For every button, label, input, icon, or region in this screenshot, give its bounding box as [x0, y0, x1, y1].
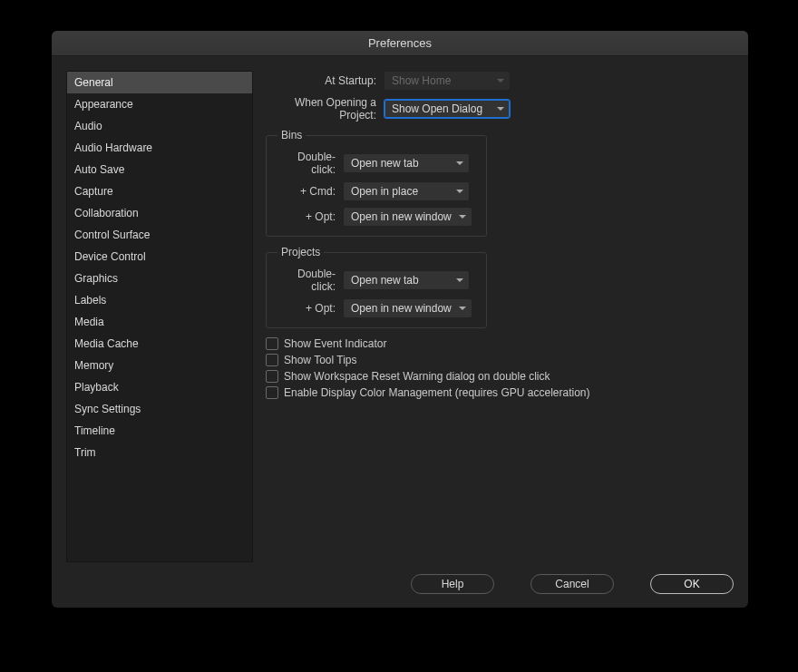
- projects-opt-row: + Opt: Open in new window: [277, 298, 475, 318]
- sidebar-item-auto-save[interactable]: Auto Save: [67, 159, 252, 180]
- bins-cmd-row: + Cmd: Open in place: [277, 181, 475, 201]
- bins-opt-dropdown[interactable]: Open in new window: [343, 207, 472, 227]
- sidebar-item-media[interactable]: Media: [67, 311, 252, 333]
- check-tool-tips-row[interactable]: Show Tool Tips: [266, 354, 734, 366]
- main-panel: At Startup: Show Home When Opening a Pro…: [266, 71, 734, 562]
- sidebar-item-labels[interactable]: Labels: [67, 289, 252, 311]
- sidebar-item-trim[interactable]: Trim: [67, 442, 252, 463]
- row-at-startup: At Startup: Show Home: [266, 71, 734, 91]
- check-event-indicator-row[interactable]: Show Event Indicator: [266, 337, 734, 350]
- window-body: GeneralAppearanceAudioAudio HardwareAuto…: [52, 56, 748, 570]
- sidebar-item-timeline[interactable]: Timeline: [67, 420, 252, 442]
- bins-cmd-value: Open in place: [351, 185, 418, 198]
- at-startup-label: At Startup:: [266, 74, 384, 87]
- at-startup-dropdown[interactable]: Show Home: [384, 71, 511, 91]
- at-startup-value: Show Home: [392, 74, 451, 87]
- bins-double-click-label: Double-click:: [277, 151, 343, 176]
- check-tool-tips-label: Show Tool Tips: [284, 354, 357, 366]
- bins-legend: Bins: [277, 129, 306, 141]
- open-project-value: Show Open Dialog: [392, 102, 482, 115]
- bins-cmd-dropdown[interactable]: Open in place: [343, 181, 470, 201]
- checkbox-icon[interactable]: [266, 337, 278, 350]
- bins-opt-value: Open in new window: [351, 210, 452, 223]
- bins-double-click-dropdown[interactable]: Open new tab: [343, 153, 470, 173]
- projects-double-click-label: Double-click:: [277, 268, 343, 293]
- projects-legend: Projects: [277, 246, 324, 258]
- sidebar-item-sync-settings[interactable]: Sync Settings: [67, 398, 252, 420]
- window-title: Preferences: [368, 36, 432, 50]
- projects-group: Projects Double-click: Open new tab + Op…: [266, 246, 487, 328]
- bins-opt-label: + Opt:: [277, 210, 343, 223]
- cancel-button[interactable]: Cancel: [530, 574, 614, 594]
- projects-double-click-row: Double-click: Open new tab: [277, 268, 475, 293]
- sidebar-item-memory[interactable]: Memory: [67, 355, 252, 376]
- checkbox-icon[interactable]: [266, 354, 278, 366]
- sidebar-item-audio-hardware[interactable]: Audio Hardware: [67, 137, 252, 159]
- projects-double-click-dropdown[interactable]: Open new tab: [343, 270, 470, 290]
- chevron-down-icon: [456, 278, 463, 282]
- chevron-down-icon: [456, 161, 463, 165]
- projects-double-click-value: Open new tab: [351, 274, 419, 287]
- bins-double-click-value: Open new tab: [351, 157, 419, 170]
- chevron-down-icon: [456, 190, 463, 193]
- checkbox-icon[interactable]: [266, 386, 278, 399]
- help-button[interactable]: Help: [411, 574, 494, 594]
- sidebar-item-audio[interactable]: Audio: [67, 115, 252, 137]
- sidebar-item-capture[interactable]: Capture: [67, 180, 252, 202]
- ok-button[interactable]: OK: [650, 574, 734, 594]
- check-workspace-reset-row[interactable]: Show Workspace Reset Warning dialog on d…: [266, 370, 734, 383]
- sidebar-item-playback[interactable]: Playback: [67, 376, 252, 398]
- titlebar: Preferences: [52, 31, 748, 56]
- bins-opt-row: + Opt: Open in new window: [277, 207, 475, 227]
- chevron-down-icon: [459, 215, 466, 219]
- sidebar-item-appearance[interactable]: Appearance: [67, 93, 252, 115]
- chevron-down-icon: [459, 307, 466, 310]
- chevron-down-icon: [497, 79, 504, 83]
- sidebar-item-control-surface[interactable]: Control Surface: [67, 224, 252, 246]
- chevron-down-icon: [497, 107, 504, 111]
- preferences-window: Preferences GeneralAppearanceAudioAudio …: [52, 31, 748, 608]
- projects-opt-label: + Opt:: [277, 302, 343, 315]
- bins-group: Bins Double-click: Open new tab + Cmd: O…: [266, 129, 487, 237]
- sidebar: GeneralAppearanceAudioAudio HardwareAuto…: [66, 71, 253, 562]
- checkbox-icon[interactable]: [266, 370, 278, 383]
- projects-opt-dropdown[interactable]: Open in new window: [343, 298, 472, 318]
- footer: Help Cancel OK: [52, 570, 748, 608]
- sidebar-item-general[interactable]: General: [67, 72, 252, 93]
- check-event-indicator-label: Show Event Indicator: [284, 337, 386, 350]
- row-open-project: When Opening a Project: Show Open Dialog: [266, 96, 734, 122]
- check-workspace-reset-label: Show Workspace Reset Warning dialog on d…: [284, 370, 550, 383]
- sidebar-item-collaboration[interactable]: Collaboration: [67, 202, 252, 224]
- projects-opt-value: Open in new window: [351, 302, 452, 315]
- sidebar-item-graphics[interactable]: Graphics: [67, 268, 252, 289]
- sidebar-item-device-control[interactable]: Device Control: [67, 246, 252, 268]
- bins-cmd-label: + Cmd:: [277, 185, 343, 198]
- bins-double-click-row: Double-click: Open new tab: [277, 151, 475, 176]
- open-project-label: When Opening a Project:: [266, 96, 384, 122]
- check-color-mgmt-row[interactable]: Enable Display Color Management (require…: [266, 386, 734, 399]
- sidebar-item-media-cache[interactable]: Media Cache: [67, 333, 252, 355]
- check-color-mgmt-label: Enable Display Color Management (require…: [284, 386, 590, 399]
- open-project-dropdown[interactable]: Show Open Dialog: [384, 99, 511, 119]
